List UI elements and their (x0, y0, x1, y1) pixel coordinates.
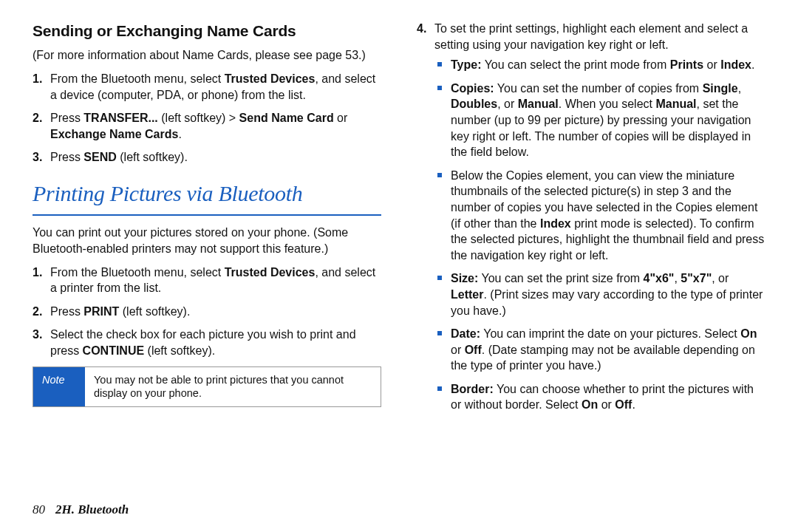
step-text: Press TRANSFER... (left softkey) > Send … (50, 112, 347, 140)
step-number: 4. (417, 21, 426, 37)
step-item: 3. Select the check box for each picture… (50, 327, 381, 358)
note-text: You may not be able to print pictures th… (85, 367, 381, 407)
setting-copies: Copies: You can set the number of copies… (451, 81, 765, 160)
step-item: 1. From the Bluetooth menu, select Trust… (50, 71, 381, 103)
setting-size: Size: You can set the print size from 4"… (451, 270, 765, 318)
subsection-heading: Sending or Exchanging Name Cards (33, 21, 381, 41)
step-text: From the Bluetooth menu, select Trusted … (50, 72, 375, 101)
print-settings-list: Type: You can select the print mode from… (434, 57, 765, 413)
step-number: 1. (33, 265, 42, 281)
note-box: Note You may not be able to print pictur… (33, 366, 381, 408)
setting-type: Type: You can select the print mode from… (451, 57, 765, 73)
page-number: 80 (33, 502, 45, 517)
step-item: 2. Press PRINT (left softkey). (50, 304, 381, 320)
step-number: 2. (33, 110, 42, 126)
manual-page: Sending or Exchanging Name Cards (For mo… (0, 0, 798, 532)
step-text: To set the print settings, highlight eac… (434, 22, 748, 51)
step-item: 2. Press TRANSFER... (left softkey) > Se… (50, 110, 381, 142)
print-intro: You can print out your pictures stored o… (33, 225, 381, 256)
step-number: 3. (33, 327, 42, 343)
intro-paragraph: (For more information about Name Cards, … (33, 47, 381, 64)
two-column-layout: Sending or Exchanging Name Cards (For mo… (33, 21, 765, 485)
setting-border: Border: You can choose whether to print … (451, 381, 765, 413)
note-label: Note (33, 367, 85, 407)
print-steps-continued: 4. To set the print settings, highlight … (417, 21, 765, 413)
step-item: 4. To set the print settings, highlight … (434, 21, 765, 413)
print-steps: 1. From the Bluetooth menu, select Trust… (33, 265, 381, 359)
step-number: 3. (33, 149, 42, 166)
step-text: Select the check box for each picture yo… (50, 328, 356, 357)
left-column: Sending or Exchanging Name Cards (For mo… (33, 21, 381, 485)
step-number: 2. (33, 304, 42, 320)
step-text: From the Bluetooth menu, select Trusted … (50, 266, 375, 295)
step-text: Press SEND (left softkey). (50, 151, 188, 163)
footer-section-title: 2H. Bluetooth (55, 502, 129, 517)
step-item: 3. Press SEND (left softkey). (50, 149, 381, 166)
step-item: 1. From the Bluetooth menu, select Trust… (50, 265, 381, 296)
page-footer: 80 2H. Bluetooth (33, 485, 765, 517)
name-card-steps: 1. From the Bluetooth menu, select Trust… (33, 71, 381, 166)
section-rule (33, 214, 381, 216)
section-title: Printing Pictures via Bluetooth (33, 179, 381, 209)
step-text: Press PRINT (left softkey). (50, 305, 190, 318)
step-number: 1. (33, 71, 42, 87)
setting-date: Date: You can imprint the date on your p… (451, 326, 765, 374)
right-column: 4. To set the print settings, highlight … (417, 21, 765, 485)
setting-thumbnails: Below the Copies element, you can view t… (451, 168, 765, 264)
